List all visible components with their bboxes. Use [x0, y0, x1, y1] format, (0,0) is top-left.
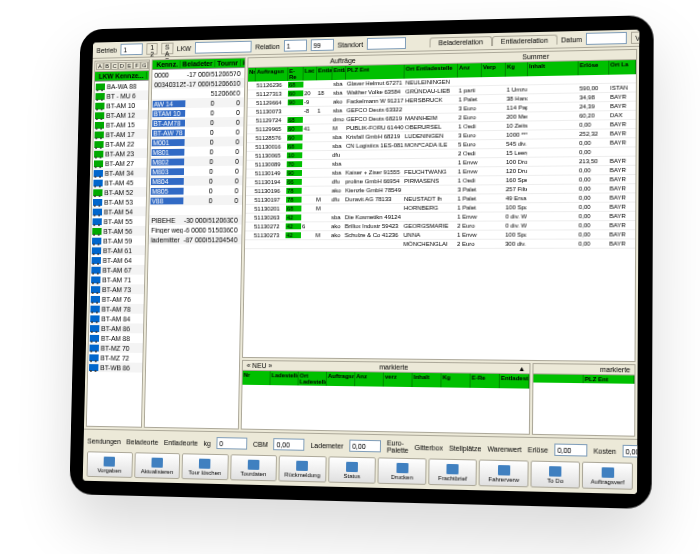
- lkw-list-item[interactable]: BT-MZ 72: [88, 352, 142, 362]
- lkw-list-item[interactable]: BT-AM 54: [92, 206, 146, 216]
- footer-todo-button[interactable]: To Do: [530, 461, 580, 489]
- lower-col-header[interactable]: Auftragsn: [327, 372, 356, 386]
- sendungen-label: Sendungen: [87, 437, 121, 445]
- lkw-item-text: BT-AM 86: [101, 325, 130, 332]
- footer-tourdaten-button[interactable]: Tourdaten: [230, 454, 277, 481]
- lower-col-header[interactable]: Ladestelle: [270, 371, 298, 385]
- lkw-list-item[interactable]: BT-AM 56: [91, 226, 145, 236]
- cbm-field[interactable]: [274, 438, 305, 451]
- truck-icon: [94, 160, 103, 167]
- footer-tourlschen-button[interactable]: Tour löschen: [182, 453, 229, 480]
- lkw-list-item[interactable]: BT-AM 45: [92, 177, 146, 187]
- lkw-list-item[interactable]: BT-WB 86: [88, 362, 142, 372]
- lkw-list-item[interactable]: BT-AM 61: [91, 245, 145, 255]
- lkw-list-item[interactable]: BT-AM 76: [90, 294, 144, 304]
- lkw-item-text: BT-WB 86: [100, 364, 130, 371]
- lkw-list-item[interactable]: BT-AM 55: [92, 216, 146, 226]
- kennz-row[interactable]: PIBEHE-30 0000512063090: [149, 215, 242, 225]
- lower-col-header[interactable]: verz: [384, 373, 413, 388]
- vorholung-button[interactable]: Vorholung: [631, 31, 639, 44]
- tab-beladerelation[interactable]: Beladerelation: [430, 36, 492, 47]
- erloese-label: Erlöse: [528, 446, 548, 454]
- lkw-list-item[interactable]: BT-AM 86: [89, 323, 143, 333]
- orders-col-header[interactable]: Ort Entladestelle: [405, 64, 458, 79]
- lkw-list-item[interactable]: BT-AM 34: [93, 168, 147, 178]
- tab-entladerelation[interactable]: Entladerelation: [492, 35, 557, 46]
- lower-col-header[interactable]: Ort Ladestelle: [298, 372, 326, 386]
- relation-to-field[interactable]: [310, 39, 333, 51]
- lkw-item-text: BT-AM 64: [103, 257, 132, 264]
- lower-col-header[interactable]: Anz: [355, 372, 384, 386]
- betrieb-field[interactable]: [121, 43, 143, 55]
- kennz-row[interactable]: V8800: [150, 195, 243, 205]
- kennz-row[interactable]: lademitter-87 0000512045420: [149, 234, 242, 244]
- kennz-row[interactable]: M80500: [150, 185, 242, 195]
- relation-from-field[interactable]: [283, 39, 306, 51]
- orders-col-header[interactable]: Kg: [506, 62, 528, 76]
- lower-col-header[interactable]: Entladestelle: [500, 374, 530, 389]
- datum-field[interactable]: [586, 32, 627, 45]
- footer-drucken-button[interactable]: Drucken: [378, 457, 427, 485]
- lkw-field[interactable]: [195, 41, 252, 54]
- kennz-row[interactable]: [149, 205, 242, 215]
- orders-col-header[interactable]: Lac: [303, 67, 317, 81]
- footer-rckmeldung-button[interactable]: Rückmeldung: [279, 455, 327, 482]
- footer-fahrerverw-button[interactable]: Fahrerverw: [479, 459, 529, 487]
- orders-col-header[interactable]: E-Re: [288, 67, 304, 81]
- footer-auftragsverf-button[interactable]: Auftragsverf: [582, 462, 633, 490]
- order-row[interactable]: MÖNCHENGLAI2 Euro300 div. Waren0,00BAYR: [245, 239, 635, 249]
- lkw-item-text: BT-AM 45: [104, 179, 133, 186]
- erloese-field[interactable]: [554, 444, 587, 457]
- orders-col-header[interactable]: Erlöse: [579, 61, 610, 76]
- lkw-list-item[interactable]: BT-AM 59: [91, 236, 145, 246]
- nav-sas-button[interactable]: S A S: [161, 43, 173, 55]
- lkw-list-item[interactable]: BT-AM 23: [93, 148, 147, 158]
- footer-frachtbrief-button[interactable]: Frachtbrief: [428, 458, 477, 486]
- lkw-list-item[interactable]: BT-AM 53: [92, 197, 146, 207]
- filter-letters[interactable]: ABCDEFGH: [96, 61, 150, 70]
- orders-col-header[interactable]: Auftragsn: [256, 67, 289, 81]
- orders-col-header[interactable]: Anz: [458, 63, 482, 77]
- lkw-list-item[interactable]: BT-AM 52: [92, 187, 146, 197]
- orders-col-header[interactable]: Entla: [317, 66, 333, 80]
- orders-col-header[interactable]: Inhalt: [528, 61, 579, 76]
- orders-col-header[interactable]: Ort La: [609, 60, 636, 75]
- lkw-item-text: BT-AM 27: [105, 160, 134, 167]
- lkw-list-item[interactable]: BT-AM 67: [90, 265, 144, 275]
- lkw-list-item[interactable]: BT-AM 27: [93, 158, 147, 168]
- orders-col-header[interactable]: Verp: [482, 63, 506, 77]
- standort-field[interactable]: [367, 37, 406, 50]
- mark2-label[interactable]: markierte: [600, 366, 630, 374]
- neu-label[interactable]: « NEU »: [247, 362, 273, 369]
- lower-col-header[interactable]: Inhalt: [412, 373, 441, 388]
- footer-vorgaben-button[interactable]: Vorgaben: [87, 451, 133, 478]
- lkw-item-text: BT-AM 88: [101, 334, 130, 341]
- mid-col-header[interactable]: km: [241, 59, 246, 66]
- lademeter-field[interactable]: [349, 440, 381, 453]
- lower-col-header[interactable]: Kg: [441, 373, 470, 388]
- kosten-field[interactable]: [622, 445, 639, 458]
- lkw-list-item[interactable]: BT-AM 88: [89, 333, 143, 343]
- lkw-list-item[interactable]: BT-MZ 70: [89, 343, 143, 353]
- mid-col-header[interactable]: Kennz.: [154, 61, 180, 68]
- lkw-list-item[interactable]: BT-AM 64: [91, 255, 145, 265]
- mid-col-header[interactable]: Beladeter: [181, 60, 216, 68]
- lkw-list-item[interactable]: BT-AM 71: [90, 275, 144, 285]
- lower-col-header[interactable]: E-Re: [471, 374, 500, 389]
- orders-col-header[interactable]: Entladestelle: [332, 66, 346, 80]
- toolbar-icon: [297, 460, 309, 470]
- lkw-list-item[interactable]: BT-AM 78: [89, 304, 143, 314]
- lower-col-header[interactable]: Nr: [243, 371, 271, 385]
- kg-field[interactable]: [216, 437, 247, 450]
- nav-12-button[interactable]: 1 2: [146, 43, 157, 55]
- mid-col-header[interactable]: Tournr: [215, 59, 241, 66]
- orders-col-header[interactable]: PLZ Ent: [346, 65, 405, 80]
- mark1-label[interactable]: markierte: [379, 363, 408, 370]
- footer-status-button[interactable]: Status: [328, 456, 376, 483]
- lkw-item-text: BT-AM 71: [102, 276, 131, 283]
- collapse-icon[interactable]: ▲: [518, 365, 525, 372]
- footer-aktualisieren-button[interactable]: Aktualisieren: [134, 452, 180, 479]
- lkw-list-item[interactable]: BT-AM 84: [89, 313, 143, 323]
- kennz-row[interactable]: Finger weg Gr-6 0000515036080: [149, 225, 242, 235]
- lkw-list-item[interactable]: BT-AM 73: [90, 284, 144, 294]
